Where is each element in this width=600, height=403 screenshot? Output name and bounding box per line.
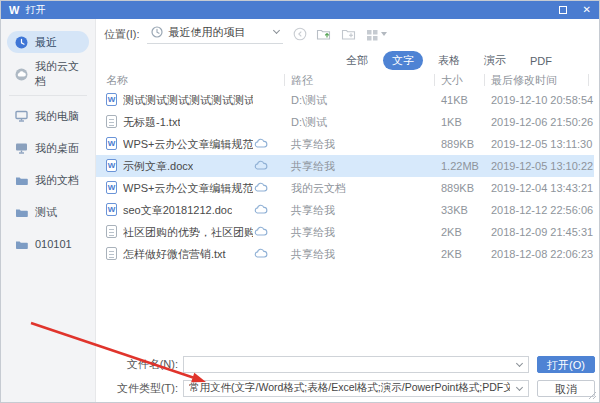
filetype-label: 文件类型(T): [96, 381, 178, 396]
view-options-button[interactable] [366, 28, 387, 41]
cloud-icon [254, 204, 268, 216]
table-row[interactable]: 测试测试测试测试测试测试测试... D:\测试 41KB 2019-12-10 … [96, 89, 594, 111]
resize-grip[interactable] [588, 391, 597, 400]
sidebar-item-test[interactable]: 测试 [7, 201, 89, 223]
sidebar: 最近 我的云文档 我的电脑 我的桌面 我的文档 测试 010101 [1, 19, 96, 402]
file-path: D:\测试 [291, 111, 327, 133]
folder-up-icon [316, 28, 332, 41]
maximize-button[interactable] [559, 6, 567, 14]
file-size: 889KB [441, 133, 474, 155]
filter-tab-pdf[interactable]: PDF [521, 53, 561, 69]
filter-tab-presentation[interactable]: 演示 [475, 51, 515, 70]
file-modified: 2018-12-09 21:45:31 [491, 221, 593, 243]
table-row[interactable]: WPS+云办公文章编辑规范.docx 我的云文档 889KB 2019-12-0… [96, 177, 594, 199]
file-modified: 2018-12-08 22:06:23 [491, 243, 593, 265]
file-name: 示例文章.docx [123, 155, 193, 177]
sidebar-item-my-documents[interactable]: 我的文档 [7, 169, 89, 191]
open-button[interactable]: 打开(O) [537, 356, 595, 373]
file-name: 社区团购的优势，社区团购为什... [123, 221, 253, 243]
view-grid-icon [366, 28, 379, 41]
file-name: WPS+云办公文章编辑规范.docx [123, 177, 253, 199]
file-name: seo文章20181212.doc [123, 199, 232, 221]
table-row[interactable]: seo文章20181212.doc 共享给我 33KB 2018-12-12 2… [96, 199, 594, 221]
column-header-modified[interactable]: 最后修改时间 [491, 71, 557, 89]
sidebar-divider [9, 95, 87, 96]
folder-icon [15, 175, 28, 186]
word-file-icon [106, 203, 117, 216]
text-file-icon [106, 225, 117, 238]
file-size: 1.22MB [441, 155, 479, 177]
new-folder-button[interactable] [341, 28, 357, 41]
location-value: 最近使用的项目 [168, 25, 245, 40]
chevron-down-icon [516, 383, 523, 390]
file-path: 共享给我 [291, 243, 335, 265]
table-header: 名称 路径 大小 最后修改时间 [96, 71, 594, 89]
chevron-down-icon [273, 27, 280, 34]
filename-label: 文件名(N): [96, 357, 178, 372]
table-row[interactable]: WPS+云办公文章编辑规范.docx 共享给我 889KB 2019-12-05… [96, 133, 594, 155]
word-file-icon [106, 181, 117, 194]
column-separator [284, 74, 285, 86]
column-header-size[interactable]: 大小 [441, 71, 463, 89]
cloud-icon [254, 226, 268, 238]
window-title: 打开 [25, 3, 45, 17]
text-file-icon [106, 115, 117, 128]
recent-clock-icon [151, 26, 163, 38]
file-path: 共享给我 [291, 133, 335, 155]
sidebar-item-label: 我的云文档 [35, 59, 89, 89]
file-size: 2KB [441, 243, 462, 265]
sidebar-item-010101[interactable]: 010101 [7, 233, 89, 255]
cloud-icon [254, 182, 268, 194]
cancel-button[interactable]: 取消 [537, 380, 595, 397]
wps-writer-logo-icon: W [9, 1, 19, 19]
filetype-value: 常用文件(文字/Word格式;表格/Excel格式;演示/PowerPoint格… [189, 381, 510, 395]
file-size: 33KB [441, 199, 468, 221]
folder-icon [15, 207, 28, 218]
location-bar: 位置(I): 最近使用的项目 [96, 23, 599, 45]
back-button[interactable] [293, 27, 307, 41]
file-modified: 2019-12-10 20:58:54 [491, 89, 593, 111]
filter-tab-writer[interactable]: 文字 [383, 51, 423, 70]
file-path: 共享给我 [291, 221, 335, 243]
filter-tab-spreadsheet[interactable]: 表格 [429, 51, 469, 70]
filetype-dropdown[interactable]: 常用文件(文字/Word格式;表格/Excel格式;演示/PowerPoint格… [183, 380, 529, 397]
file-list: 测试测试测试测试测试测试测试... D:\测试 41KB 2019-12-10 … [96, 89, 594, 265]
file-size: 2KB [441, 221, 462, 243]
sidebar-item-cloud-docs[interactable]: 我的云文档 [7, 63, 89, 85]
table-row-selected[interactable]: 示例文章.docx 共享给我 1.22MB 2019-12-05 13:10:2… [96, 155, 594, 177]
sidebar-item-my-desktop[interactable]: 我的桌面 [7, 137, 89, 159]
sidebar-item-label: 测试 [35, 205, 57, 220]
location-label: 位置(I): [104, 27, 139, 42]
table-row[interactable]: 怎样做好微信营销.txt 共享给我 2KB 2018-12-08 22:06:2… [96, 243, 594, 265]
text-file-icon [106, 247, 117, 260]
window-controls: ✕ [559, 1, 591, 19]
sidebar-item-label: 我的文档 [35, 173, 79, 188]
file-modified: 2019-12-05 13:10:22 [491, 155, 593, 177]
file-path: D:\测试 [291, 89, 327, 111]
location-dropdown[interactable]: 最近使用的项目 [147, 25, 283, 44]
column-separator [588, 74, 589, 86]
cloud-icon [254, 138, 268, 150]
file-path: 共享给我 [291, 155, 335, 177]
table-row[interactable]: 社区团购的优势，社区团购为什... 共享给我 2KB 2018-12-09 21… [96, 221, 594, 243]
sidebar-item-recent[interactable]: 最近 [7, 31, 89, 53]
filename-input[interactable] [189, 358, 510, 370]
folder-up-button[interactable] [316, 28, 332, 41]
cloud-icon [254, 248, 268, 260]
sidebar-item-label: 我的电脑 [35, 109, 79, 124]
chevron-down-icon [516, 359, 523, 366]
sidebar-item-my-computer[interactable]: 我的电脑 [7, 105, 89, 127]
column-header-path[interactable]: 路径 [291, 71, 313, 89]
file-modified: 2018-12-12 22:56:06 [491, 199, 593, 221]
filter-tab-all[interactable]: 全部 [337, 51, 377, 70]
cloud-icon [254, 160, 268, 172]
file-modified: 2019-12-06 21:50:26 [491, 111, 593, 133]
sidebar-item-label: 010101 [35, 238, 72, 250]
sidebar-item-label: 我的桌面 [35, 141, 79, 156]
table-row[interactable]: 无标题-1.txt D:\测试 1KB 2019-12-06 21:50:26 [96, 111, 594, 133]
file-name: 怎样做好微信营销.txt [123, 243, 226, 265]
file-name: 测试测试测试测试测试测试测试... [123, 89, 253, 111]
column-header-name[interactable]: 名称 [106, 71, 128, 89]
close-button[interactable]: ✕ [583, 1, 591, 19]
filename-combobox[interactable] [183, 356, 529, 373]
